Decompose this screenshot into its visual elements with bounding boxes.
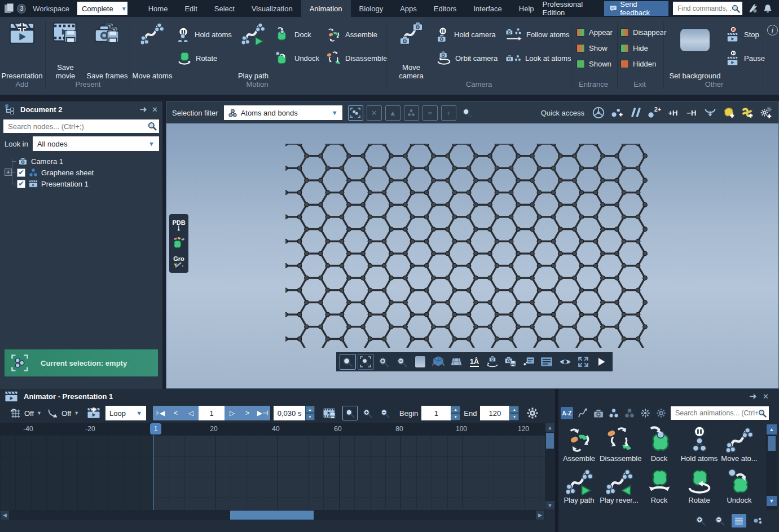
spin-down-icon[interactable]: ▼	[509, 413, 519, 420]
hide-button[interactable]: Hide	[620, 39, 648, 56]
preview-molecule-button[interactable]	[751, 514, 765, 527]
menu-select[interactable]: Select	[206, 0, 243, 17]
scroll-thumb[interactable]	[230, 511, 314, 520]
save-view-icon[interactable]	[503, 354, 519, 370]
filter-camera-icon[interactable]	[592, 406, 605, 420]
app-documents-icon[interactable]	[5, 3, 14, 14]
preset-assemble[interactable]: Assemble	[560, 426, 598, 463]
zoom-tool-icon[interactable]	[340, 354, 356, 370]
preset-play-path[interactable]: Play path	[560, 468, 598, 504]
orientation-cube-icon[interactable]	[430, 354, 446, 370]
shown-button[interactable]: Shown	[576, 55, 611, 72]
group-selection-button[interactable]: +	[441, 105, 456, 121]
tree-item-camera[interactable]: Camera 1	[18, 156, 63, 167]
move-camera-button[interactable]: Move camera	[389, 21, 433, 80]
search-icon[interactable]	[732, 5, 740, 13]
search-animations-input[interactable]	[675, 409, 758, 417]
timeline-horizontal-scrollbar[interactable]: ◀ ▶	[0, 510, 545, 520]
add-animation-button[interactable]	[86, 406, 101, 420]
find-commands-box[interactable]	[673, 2, 742, 15]
document-count-badge[interactable]: 3	[17, 4, 26, 14]
library-scrollbar[interactable]: ▲ ▼	[766, 424, 777, 510]
frame-time-field[interactable]	[274, 406, 305, 420]
find-commands-input[interactable]	[677, 5, 732, 12]
sort-alphabetical-button[interactable]: A-Z	[561, 407, 573, 419]
step-forward-button[interactable]: ▷	[225, 406, 240, 420]
timeline-tracks[interactable]	[0, 435, 545, 510]
list-view-button[interactable]	[732, 514, 746, 527]
save-frames-button[interactable]: Save frames	[86, 21, 129, 80]
bonds-icon[interactable]	[628, 105, 644, 120]
end-input[interactable]	[480, 409, 509, 418]
zoom-in-icon[interactable]	[376, 354, 392, 370]
menu-edit[interactable]: Edit	[176, 0, 205, 17]
workspace-layout-dropdown[interactable]: Complete▼	[77, 2, 127, 15]
visibility-checkbox[interactable]: ✔	[17, 180, 25, 188]
expand-node-button[interactable]: +	[5, 169, 12, 176]
preset-rotate[interactable]: Rotate	[680, 468, 719, 504]
current-frame-input[interactable]	[199, 406, 225, 420]
timeline-zoom-tool[interactable]	[342, 406, 358, 420]
undock-button[interactable]: Undock	[275, 50, 319, 66]
add-hydrogens-button[interactable]: +H	[665, 105, 681, 120]
end-spinner[interactable]: ▲▼	[509, 406, 519, 420]
menu-help[interactable]: Help	[510, 0, 543, 17]
begin-spinner[interactable]: ▲▼	[451, 406, 460, 420]
select-all-button[interactable]	[348, 105, 363, 121]
simulation-wheel-icon[interactable]	[591, 105, 606, 120]
menu-visualization[interactable]: Visualization	[243, 0, 301, 17]
info-icon[interactable]: i	[767, 25, 778, 36]
notifications-bell-icon[interactable]	[763, 2, 773, 15]
assemble-button[interactable]: Assemble	[326, 26, 377, 43]
menu-biology[interactable]: Biology	[351, 0, 392, 17]
loop-mode-dropdown[interactable]: Loop▼	[105, 406, 146, 420]
rotate-button[interactable]: Rotate	[177, 50, 217, 66]
remove-hydrogens-button[interactable]: −H	[684, 105, 699, 120]
filter-motion-icon[interactable]	[576, 406, 589, 420]
scroll-left-icon[interactable]: ◀	[1, 511, 9, 520]
move-atoms-button[interactable]: Move atoms	[131, 21, 174, 80]
zoom-region-icon[interactable]	[358, 354, 374, 370]
background-icon[interactable]	[412, 354, 428, 370]
scroll-up-icon[interactable]: ▲	[545, 423, 554, 432]
tracks-vertical-scrollbar[interactable]: ▲ ▼	[545, 423, 555, 510]
timeline-zoom-in[interactable]	[360, 406, 375, 420]
hidden-button[interactable]: Hidden	[620, 55, 656, 72]
filter-entrance-icon[interactable]	[608, 406, 620, 420]
filter-effects-icon[interactable]	[639, 406, 652, 420]
menu-editors[interactable]: Editors	[425, 0, 465, 17]
library-zoom-in[interactable]	[693, 514, 708, 527]
send-feedback-button[interactable]: Send feedback	[604, 1, 668, 16]
fullscreen-icon[interactable]	[575, 354, 591, 370]
zoom-selection-icon[interactable]	[460, 105, 475, 121]
set-background-button[interactable]: Set background	[667, 21, 723, 80]
hold-atoms-button[interactable]: Hold atoms	[177, 26, 232, 43]
menu-animation[interactable]: Animation	[301, 0, 351, 17]
disappear-button[interactable]: Disappear	[620, 24, 666, 41]
add-residue-icon[interactable]	[721, 105, 737, 120]
search-icon[interactable]	[758, 409, 767, 418]
scroll-right-icon[interactable]: ▶	[536, 511, 544, 520]
library-zoom-out[interactable]	[712, 514, 727, 527]
disassemble-button[interactable]: Disassemble	[326, 50, 387, 66]
zoom-out-icon[interactable]	[394, 354, 410, 370]
annotation-icon[interactable]	[521, 354, 537, 370]
add-atom-icon[interactable]	[609, 105, 625, 120]
graphene-sheet[interactable]	[285, 144, 652, 348]
look-in-dropdown[interactable]: All nodes▼	[33, 136, 159, 151]
visibility-checkbox[interactable]: ✔	[17, 169, 25, 177]
play-presentation-icon[interactable]	[593, 354, 609, 370]
stop-button[interactable]: Stop	[727, 26, 759, 43]
preset-disassemble[interactable]: Disassemble	[600, 426, 639, 463]
go-last-frame-button[interactable]: ▶⊣	[255, 406, 270, 420]
pin-panel-icon[interactable]	[139, 105, 147, 114]
timeline-zoom-out[interactable]	[377, 406, 393, 420]
docking-button[interactable]	[170, 235, 187, 252]
expand-selection-button[interactable]	[404, 105, 419, 121]
scale-1a-label[interactable]: 1Å	[466, 354, 482, 370]
play-path-button[interactable]: Play path	[235, 21, 272, 80]
tree-item-graphene[interactable]: ✔ Graphene sheet	[17, 167, 94, 178]
spin-up-icon[interactable]: ▲	[509, 406, 519, 413]
deselect-button[interactable]: ✕	[367, 105, 382, 121]
tree-item-presentation[interactable]: ✔ Presentation 1	[17, 178, 89, 189]
